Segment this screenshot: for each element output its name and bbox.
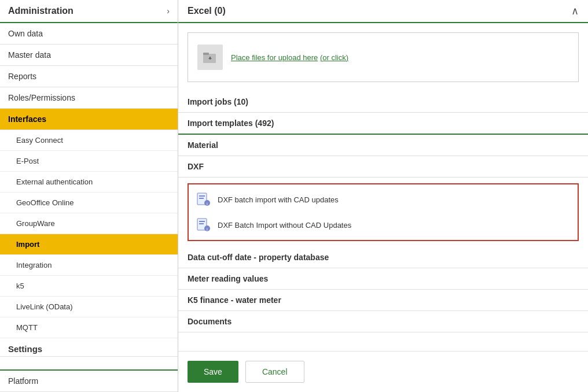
sidebar-item-label: Roles/Permissions — [8, 93, 75, 102]
sidebar-item-label: Easy Connect — [16, 136, 63, 145]
section-title: Documents — [188, 317, 231, 326]
sidebar-item-e-post[interactable]: E-Post — [0, 151, 178, 172]
sidebar-item-groupware[interactable]: GroupWare — [0, 213, 178, 234]
section-meter-reading[interactable]: Meter reading values — [178, 268, 588, 290]
dxf-item-batch-no-cad[interactable]: i DXF Batch Import without CAD Updates — [189, 212, 578, 238]
dxf-icon: i — [196, 217, 212, 233]
dxf-items-box: i DXF batch import with CAD updates i DX… — [188, 183, 579, 241]
sidebar-item-mqtt[interactable]: MQTT — [0, 317, 178, 338]
sidebar-item-label: Integration — [16, 261, 52, 269]
sidebar-item-label: Interfaces — [8, 114, 46, 124]
sidebar-item-geooffice-online[interactable]: GeoOffice Online — [0, 193, 178, 213]
sidebar-item-platform[interactable]: Platform — [0, 371, 178, 392]
svg-rect-11 — [199, 223, 204, 224]
dxf-item-batch-cad[interactable]: i DXF batch import with CAD updates — [189, 187, 578, 212]
sidebar-section-label: Settings — [8, 344, 42, 354]
svg-rect-6 — [199, 198, 204, 199]
sidebar-item-master-data[interactable]: Master data — [0, 45, 178, 66]
section-import-jobs[interactable]: Import jobs (10) — [178, 91, 588, 113]
sidebar-item-external-authentication[interactable]: External authentication — [0, 172, 178, 193]
sidebar-item-label: E-Post — [16, 157, 39, 165]
upload-link[interactable]: (or click) — [320, 53, 348, 62]
sidebar-item-label: k5 — [16, 282, 24, 290]
sidebar-item-easy-connect[interactable]: Easy Connect — [0, 130, 178, 151]
section-title: Material — [188, 140, 218, 150]
sidebar-item-label: GeoOffice Online — [16, 198, 74, 207]
sidebar: Administration › Own data Master data Re… — [0, 0, 178, 392]
svg-rect-3 — [210, 57, 211, 60]
sidebar-bottom: Platform — [0, 369, 178, 392]
sidebar-item-k5[interactable]: k5 — [0, 276, 178, 297]
section-k5-finance[interactable]: K5 finance - water meter — [178, 290, 588, 311]
sidebar-item-interfaces[interactable]: Interfaces — [0, 109, 178, 130]
sidebar-item-label: External authentication — [16, 177, 93, 186]
sidebar-arrow-icon: › — [167, 6, 170, 16]
cancel-button[interactable]: Cancel — [245, 361, 304, 383]
dxf-item-label: DXF Batch Import without CAD Updates — [218, 221, 351, 230]
svg-rect-5 — [199, 195, 205, 197]
main-title: Excel (0) — [188, 6, 226, 16]
sidebar-item-label: Platform — [8, 376, 38, 386]
section-title: Data cut-off date - property database — [188, 253, 329, 262]
sidebar-item-livelink[interactable]: LiveLink (OData) — [0, 297, 178, 317]
upload-icon-box — [197, 45, 223, 70]
sidebar-item-label: Own data — [8, 29, 43, 38]
section-title: Meter reading values — [188, 274, 268, 283]
sidebar-item-label: GroupWare — [16, 219, 55, 228]
upload-text: Place files for upload here (or click) — [231, 53, 348, 62]
upload-area[interactable]: Place files for upload here (or click) — [188, 32, 579, 82]
section-title: K5 finance - water meter — [188, 295, 281, 305]
sidebar-title: Administration — [8, 6, 74, 16]
sidebar-item-import[interactable]: Import — [0, 234, 178, 255]
save-button[interactable]: Save — [188, 361, 238, 383]
section-title: Import templates (492) — [188, 119, 274, 128]
svg-text:i: i — [207, 227, 208, 232]
svg-text:i: i — [207, 201, 208, 206]
sidebar-item-label: MQTT — [16, 323, 38, 332]
main-content: Excel (0) ∧ Place files for upload here … — [178, 0, 588, 392]
collapse-icon[interactable]: ∧ — [571, 5, 579, 17]
section-material[interactable]: Material — [178, 135, 588, 156]
sidebar-item-label: Master data — [8, 50, 51, 60]
sidebar-item-reports[interactable]: Reports — [0, 66, 178, 87]
section-title: DXF — [188, 162, 204, 171]
svg-rect-1 — [203, 53, 209, 55]
dxf-icon: i — [196, 191, 212, 208]
sidebar-item-label: LiveLink (OData) — [16, 302, 73, 311]
section-dxf[interactable]: DXF — [178, 156, 588, 177]
main-header: Excel (0) ∧ — [178, 0, 588, 23]
sidebar-header[interactable]: Administration › — [0, 0, 178, 23]
svg-rect-10 — [199, 221, 205, 222]
section-documents[interactable]: Documents — [178, 311, 588, 332]
folder-download-icon — [202, 49, 218, 65]
footer-buttons: Save Cancel — [178, 351, 588, 392]
section-title: Import jobs (10) — [188, 97, 248, 106]
sidebar-item-own-data[interactable]: Own data — [0, 23, 178, 45]
dxf-item-label: DXF batch import with CAD updates — [218, 195, 339, 204]
section-data-cutoff[interactable]: Data cut-off date - property database — [178, 247, 588, 268]
section-import-templates[interactable]: Import templates (492) — [178, 113, 588, 135]
sidebar-item-roles-permissions[interactable]: Roles/Permissions — [0, 87, 178, 109]
sidebar-item-integration[interactable]: Integration — [0, 255, 178, 276]
sidebar-section-settings[interactable]: Settings — [0, 338, 178, 357]
sidebar-item-label: Import — [16, 240, 39, 249]
sidebar-item-label: Reports — [8, 72, 36, 81]
